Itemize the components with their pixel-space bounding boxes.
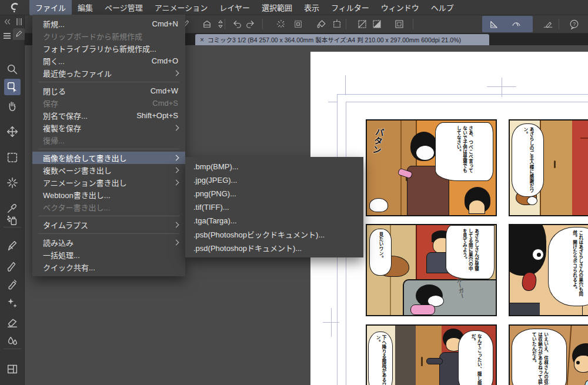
collapse-panel-icon[interactable] bbox=[2, 18, 12, 28]
menu-item-batch-process[interactable]: 一括処理... bbox=[32, 249, 185, 261]
speech-bubble: あざらしのご主人様に感謝だワン。 bbox=[512, 123, 544, 197]
clear-icon[interactable] bbox=[275, 18, 287, 30]
menu-filter[interactable]: フィルター bbox=[325, 0, 375, 15]
snap-special-ruler-icon[interactable] bbox=[510, 18, 522, 30]
snap-ruler-icon[interactable] bbox=[488, 18, 500, 30]
redo-icon[interactable] bbox=[244, 18, 256, 30]
object-tool[interactable] bbox=[4, 79, 21, 95]
fill-icon[interactable] bbox=[315, 18, 327, 30]
selection-border-icon[interactable] bbox=[393, 18, 405, 30]
menu-window[interactable]: ウィンドウ bbox=[375, 0, 425, 15]
menu-separator bbox=[38, 149, 179, 149]
menu-item-timelapse[interactable]: タイムラプス bbox=[32, 219, 185, 231]
menu-item-save: 保存Cmd+S bbox=[32, 97, 185, 109]
brush-tool[interactable] bbox=[4, 258, 21, 274]
undo-icon[interactable] bbox=[232, 18, 243, 30]
submenu-chevron-icon bbox=[173, 180, 179, 186]
save-icon[interactable] bbox=[201, 18, 213, 30]
eraser-tool[interactable] bbox=[4, 314, 21, 330]
comic-panel-5: 下へ降りる階段があるワン。 なんてこったい、隠し部屋だ。 bbox=[366, 324, 497, 385]
submenu-item-bmp[interactable]: .bmp(BMP)... bbox=[185, 160, 363, 173]
menu-item-export-flattened[interactable]: 画像を統合して書き出し bbox=[32, 152, 185, 164]
submenu-item-png[interactable]: .png(PNG)... bbox=[185, 187, 363, 200]
character-arm bbox=[426, 358, 443, 364]
menu-item-export-webtoon[interactable]: Webtoon書き出し... bbox=[32, 189, 185, 201]
menu-item-open[interactable]: 開く...Cmd+O bbox=[32, 55, 185, 67]
invert-selection-icon[interactable] bbox=[371, 18, 383, 30]
hand-tool[interactable] bbox=[4, 98, 21, 115]
trim-mark bbox=[487, 86, 516, 87]
character-face bbox=[574, 355, 588, 373]
zoom-tool[interactable] bbox=[4, 61, 21, 78]
menu-item-save-as[interactable]: 別名で保存...Shift+Opt+S bbox=[32, 109, 185, 122]
help-icon[interactable]: ? bbox=[568, 18, 580, 30]
separator bbox=[262, 19, 263, 29]
menu-animation[interactable]: アニメーション bbox=[149, 0, 213, 15]
submenu-item-psd[interactable]: .psd(Photoshopドキュメント)... bbox=[185, 241, 363, 255]
character-face bbox=[416, 145, 435, 160]
menu-page-manage[interactable]: ページ管理 bbox=[99, 0, 149, 15]
menu-item-export-multiple-pages[interactable]: 複数ページ書き出し bbox=[32, 164, 185, 176]
menu-item-quick-share[interactable]: クイック共有... bbox=[32, 261, 185, 273]
submenu-item-tif[interactable]: .tif(TIFF)... bbox=[185, 200, 363, 214]
speech-bubble: 見たいワン。 bbox=[369, 229, 391, 276]
speech-bubble: さあ、つべこべ言ってないで子供は昼寝でもしてなさい。 bbox=[435, 122, 493, 181]
submenu-item-psb[interactable]: .psb(Photoshopビックドキュメント)... bbox=[185, 227, 363, 241]
dog-snout bbox=[527, 196, 537, 205]
auto-select-tool[interactable] bbox=[4, 175, 21, 191]
document-tab-title: コミック3 1/2 (B4 257.00 x 364.00mm 製本サイズ:A4… bbox=[208, 35, 461, 44]
menu-item-import[interactable]: 読み込み bbox=[32, 236, 185, 249]
submenu-item-tga[interactable]: .tga(Targa)... bbox=[185, 214, 363, 227]
transform-icon[interactable] bbox=[331, 18, 343, 30]
menu-item-export-animation[interactable]: アニメーション書き出し bbox=[32, 176, 185, 189]
submenu-chevron-icon bbox=[173, 222, 179, 228]
menu-selection[interactable]: 選択範囲 bbox=[256, 0, 298, 15]
menu-item-new[interactable]: 新規...Cmd+N bbox=[32, 18, 185, 30]
door-shape bbox=[540, 120, 574, 215]
speech-bubble: あざらしさんが昼寝してる間に巣穴の中を見てみよう。 bbox=[446, 225, 495, 279]
submenu-chevron-icon bbox=[173, 168, 179, 173]
frame-guide bbox=[337, 94, 588, 95]
menu-edit[interactable]: 編集 bbox=[72, 0, 99, 15]
deselect-icon[interactable] bbox=[356, 18, 368, 30]
menu-file[interactable]: ファイル bbox=[29, 0, 72, 15]
menu-separator bbox=[38, 82, 179, 82]
decoration-tool[interactable] bbox=[4, 295, 21, 312]
move-tool[interactable] bbox=[4, 123, 21, 140]
tool-tab-pen[interactable] bbox=[13, 28, 25, 40]
airbrush-tool[interactable] bbox=[4, 212, 21, 229]
character-collar bbox=[510, 303, 540, 316]
speech-bubble: これはあざらしさんの巣穴も同然。開けたらボコられるよ。 bbox=[548, 227, 588, 306]
menu-view[interactable]: 表示 bbox=[298, 0, 325, 15]
menu-layer[interactable]: レイヤー bbox=[213, 0, 256, 15]
frame-guide bbox=[346, 102, 588, 102]
close-icon[interactable]: × bbox=[200, 36, 204, 43]
tool-menu-icon[interactable] bbox=[4, 33, 11, 39]
frame-border-tool[interactable] bbox=[4, 361, 21, 377]
menu-item-new-from-photo-library[interactable]: フォトライブラリから新規作成... bbox=[32, 42, 185, 55]
marquee-tool[interactable] bbox=[4, 149, 21, 166]
select-from-layer-icon[interactable] bbox=[292, 18, 304, 30]
blend-tool[interactable] bbox=[4, 333, 21, 350]
menu-item-revert: 復帰... bbox=[32, 134, 185, 146]
menu-help[interactable]: ヘルプ bbox=[425, 0, 460, 15]
separator bbox=[225, 19, 225, 29]
panel-grip-handle[interactable] bbox=[16, 18, 22, 25]
pen-tool[interactable] bbox=[4, 238, 21, 255]
submenu-item-jpg[interactable]: .jpg(JPEG)... bbox=[185, 173, 363, 187]
menu-separator bbox=[38, 216, 179, 216]
character-face bbox=[469, 200, 485, 214]
clip-studio-logo-icon bbox=[0, 2, 29, 14]
submenu-chevron-icon bbox=[173, 240, 179, 246]
wall-shape bbox=[572, 120, 588, 215]
menu-item-recent-files[interactable]: 最近使ったファイル bbox=[32, 67, 185, 79]
menu-item-close[interactable]: 閉じるCmd+W bbox=[32, 85, 185, 97]
menu-item-save-duplicate[interactable]: 複製を保存 bbox=[32, 122, 185, 134]
snap-grid-icon[interactable] bbox=[542, 18, 554, 30]
document-tab[interactable]: × コミック3 1/2 (B4 257.00 x 364.00mm 製本サイズ:… bbox=[195, 34, 489, 45]
watercolor-tool[interactable] bbox=[4, 276, 21, 293]
tool-palette bbox=[0, 15, 25, 385]
toolbar-separator bbox=[4, 227, 21, 227]
trim-mark bbox=[345, 75, 346, 95]
door-handle bbox=[554, 160, 556, 168]
